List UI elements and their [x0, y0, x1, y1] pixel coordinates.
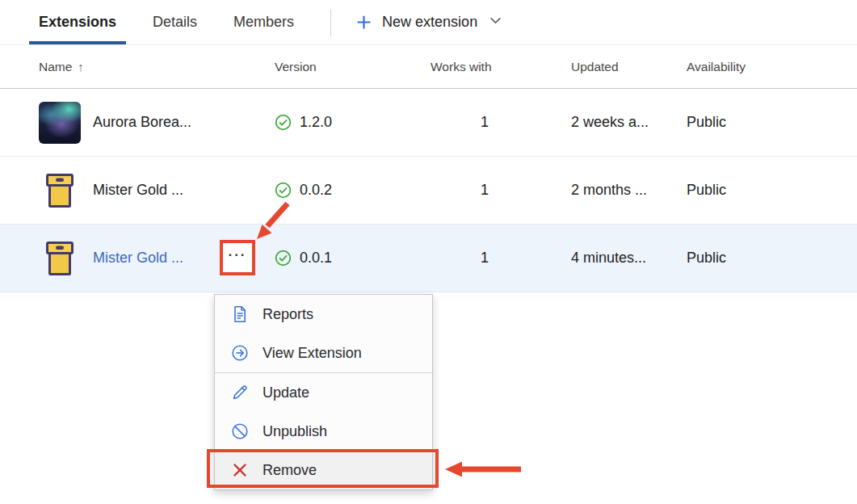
availability-value: Public [687, 114, 857, 131]
table-row[interactable]: Mister Gold ... 0.0.1 1 4 minutes... Pub… [0, 225, 857, 292]
column-header-availability[interactable]: Availability [687, 60, 857, 74]
new-extension-button[interactable]: New extension [355, 0, 502, 44]
availability-value: Public [687, 250, 857, 267]
menu-item-remove[interactable]: Remove [215, 451, 432, 489]
check-circle-icon [275, 250, 292, 267]
table-row[interactable]: Aurora Borea... 1.2.0 1 2 weeks a... Pub… [0, 89, 857, 157]
tab-extensions-label: Extensions [39, 14, 116, 31]
tab-details[interactable]: Details [143, 0, 207, 44]
version-value: 0.0.2 [300, 182, 332, 199]
extension-name[interactable]: Aurora Borea... [93, 114, 191, 131]
updated-value: 2 weeks a... [571, 114, 687, 131]
arrow-circle-right-icon [231, 344, 249, 362]
version-cell: 0.0.1 [275, 250, 431, 267]
annotation-box-more-button: ··· [220, 240, 255, 275]
version-value: 1.2.0 [300, 114, 332, 131]
box-thumbnail [39, 170, 81, 212]
updated-value: 2 months ... [571, 182, 687, 199]
updated-value: 4 minutes... [571, 250, 687, 267]
extension-name-cell: Mister Gold ... [39, 170, 275, 212]
check-circle-icon [275, 182, 292, 200]
column-header-version[interactable]: Version [275, 60, 431, 74]
pencil-icon [231, 384, 249, 401]
extension-name[interactable]: Mister Gold ... [93, 182, 183, 199]
plus-icon [355, 14, 373, 32]
works-with-value: 1 [431, 250, 571, 267]
version-cell: 1.2.0 [275, 114, 431, 132]
chevron-down-icon [489, 14, 502, 32]
menu-item-label: Reports [263, 306, 313, 323]
table-header: Name↑ Version Works with Updated Availab… [0, 45, 857, 89]
version-cell: 0.0.2 [275, 182, 431, 200]
version-value: 0.0.1 [300, 250, 332, 267]
check-circle-icon [275, 114, 292, 132]
menu-item-view-extension[interactable]: View Extension [215, 334, 432, 372]
extension-name-link[interactable]: Mister Gold ... [93, 250, 183, 267]
annotation-arrow-remove [445, 462, 521, 477]
sort-ascending-icon: ↑ [78, 60, 84, 74]
column-header-updated[interactable]: Updated [571, 60, 687, 74]
menu-item-label: Update [263, 384, 309, 401]
tab-members-label: Members [233, 14, 294, 31]
blocked-icon [231, 422, 249, 440]
tabbar-divider [330, 9, 331, 36]
x-icon [231, 461, 249, 479]
tab-members[interactable]: Members [224, 0, 304, 44]
more-options-button[interactable]: ··· [223, 243, 252, 272]
extensions-manager-page: Extensions Details Members New extension… [0, 0, 857, 504]
column-header-works-with[interactable]: Works with [431, 60, 571, 74]
document-icon [231, 305, 249, 323]
new-extension-label: New extension [382, 14, 477, 31]
menu-item-reports[interactable]: Reports [215, 295, 432, 334]
availability-value: Public [687, 182, 857, 199]
tab-details-label: Details [153, 14, 197, 31]
works-with-value: 1 [431, 182, 571, 199]
extension-name-cell: Aurora Borea... [39, 102, 275, 144]
column-header-name[interactable]: Name↑ [39, 60, 275, 74]
aurora-thumbnail [39, 102, 81, 144]
menu-item-update[interactable]: Update [215, 373, 432, 412]
menu-item-label: View Extension [263, 345, 362, 362]
context-menu: Reports View Extension Update Unpublish [214, 294, 433, 490]
box-thumbnail [39, 237, 81, 279]
table-row[interactable]: Mister Gold ... 0.0.2 1 2 months ... Pub… [0, 157, 857, 225]
menu-item-label: Unpublish [263, 423, 327, 440]
menu-item-label: Remove [263, 462, 317, 479]
menu-item-unpublish[interactable]: Unpublish [215, 412, 432, 451]
tab-bar: Extensions Details Members New extension [0, 0, 857, 45]
tab-extensions[interactable]: Extensions [29, 0, 126, 44]
works-with-value: 1 [431, 114, 571, 131]
